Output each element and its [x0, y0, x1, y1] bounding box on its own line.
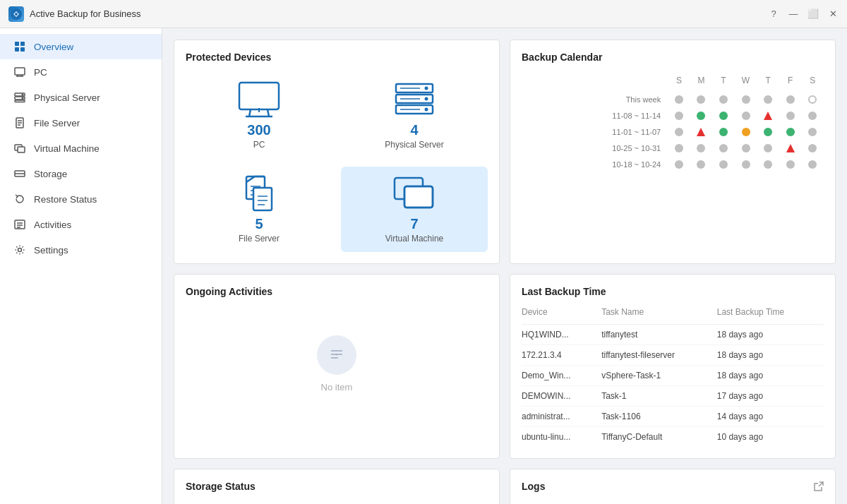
cell-task: tiffanytest — [601, 325, 717, 345]
virtual-machine-label: Virtual Machine — [385, 234, 444, 244]
ongoing-activities-empty: No item — [186, 307, 488, 420]
cell-task: TiffanyC-Default — [601, 427, 717, 448]
sidebar-item-restore-status[interactable]: Restore Status — [0, 186, 162, 212]
storage-status-card: Storage Status — [174, 469, 500, 504]
minimize-button[interactable]: — — [788, 8, 799, 20]
cal-dot — [719, 144, 728, 152]
sidebar-item-overview-label: Overview — [34, 42, 73, 52]
cell-time: 18 days ago — [717, 366, 824, 386]
logs-header: Logs — [522, 481, 824, 492]
cal-dot — [786, 160, 795, 169]
table-row: ubuntu-linu... TiffanyC-Default 10 days … — [522, 427, 824, 448]
cal-day-f: F — [779, 73, 802, 91]
col-device: Device — [522, 307, 601, 325]
cell-device: administrat... — [522, 407, 601, 427]
sidebar-item-overview[interactable]: Overview — [0, 34, 162, 59]
cal-dot — [719, 112, 728, 120]
table-row: HQ1WIND... tiffanytest 18 days ago — [522, 325, 824, 345]
svg-line-29 — [249, 109, 251, 116]
overview-icon — [14, 41, 27, 52]
cell-device: Demo_Win... — [522, 366, 601, 386]
sidebar-item-settings[interactable]: Settings — [0, 237, 162, 263]
svg-point-36 — [425, 87, 428, 90]
sidebar-item-restore-status-label: Restore Status — [34, 194, 97, 205]
sidebar-item-physical-server[interactable]: Physical Server — [0, 85, 162, 110]
cal-dot — [808, 128, 817, 136]
calendar-row-1101: 11-01 ~ 11-07 — [522, 124, 824, 140]
cal-dot — [808, 160, 817, 169]
cell-time: 18 days ago — [717, 325, 824, 345]
storage-status-title: Storage Status — [186, 481, 488, 492]
logs-expand-icon[interactable] — [814, 481, 824, 491]
sidebar-item-storage[interactable]: Storage — [0, 161, 162, 186]
cal-dot — [786, 112, 795, 120]
device-item-virtual-machine[interactable]: 7 Virtual Machine — [341, 167, 488, 252]
cell-task: vSphere-Task-1 — [601, 366, 717, 386]
svg-point-56 — [337, 354, 337, 354]
week-label-1018: 10-18 ~ 10-24 — [522, 156, 668, 172]
calendar-row-1108: 11-08 ~ 11-14 — [522, 107, 824, 124]
cal-dot — [675, 144, 683, 152]
table-row: Demo_Win... vSphere-Task-1 18 days ago — [522, 366, 824, 386]
devices-grid: 300 PC — [186, 73, 488, 252]
cell-task: Task-1 — [601, 386, 717, 407]
cal-dot — [742, 160, 750, 169]
device-item-physical-server[interactable]: 4 Physical Server — [341, 73, 488, 158]
cal-dot — [764, 160, 772, 169]
settings-icon — [14, 244, 27, 256]
svg-rect-3 — [20, 42, 25, 46]
cal-dot — [764, 144, 772, 152]
cal-day-m: M — [690, 73, 713, 91]
cal-dot — [697, 112, 705, 120]
cal-dot — [764, 95, 772, 104]
sidebar-item-file-server-label: File Server — [34, 118, 80, 128]
close-button[interactable]: ✕ — [827, 8, 839, 20]
table-row: administrat... Task-1106 14 days ago — [522, 407, 824, 427]
cal-dot — [808, 144, 817, 152]
cal-dot — [675, 128, 683, 136]
logs-title: Logs — [522, 481, 545, 492]
calendar-table: S M T W T F S This week — [522, 73, 824, 172]
sidebar-item-virtual-machine[interactable]: Virtual Machine — [0, 136, 162, 161]
cell-task: tiffanytest-fileserver — [601, 345, 717, 366]
sidebar-item-activities[interactable]: Activities — [0, 212, 162, 237]
week-label-1108: 11-08 ~ 11-14 — [522, 107, 668, 124]
last-backup-card: Last Backup Time Device Task Name Last B… — [510, 274, 836, 459]
cal-dot — [742, 95, 750, 104]
cal-day-t1: T — [712, 73, 735, 91]
svg-point-37 — [425, 97, 428, 101]
sidebar-item-pc[interactable]: PC — [0, 59, 162, 85]
app-body: Overview PC — [0, 28, 847, 504]
storage-icon — [14, 168, 27, 179]
device-item-file-server[interactable]: 5 File Server — [186, 167, 332, 252]
ongoing-activities-card: Ongoing Activities No item — [174, 274, 500, 459]
backup-table: Device Task Name Last Backup Time HQ1WIN… — [522, 307, 824, 447]
maximize-button[interactable]: ⬜ — [807, 8, 819, 20]
help-button[interactable]: ? — [768, 8, 779, 20]
app-logo — [8, 6, 24, 22]
cell-device: DEMOWIN... — [522, 386, 601, 407]
svg-line-30 — [268, 109, 269, 116]
svg-rect-5 — [20, 47, 25, 52]
pc-device-icon — [236, 81, 282, 118]
file-server-icon — [14, 117, 27, 128]
app-title: Active Backup for Business — [30, 8, 141, 19]
svg-point-38 — [425, 108, 428, 112]
svg-rect-4 — [15, 47, 19, 52]
cal-dot-empty — [808, 95, 817, 104]
calendar-row-1025: 10-25 ~ 10-31 — [522, 140, 824, 156]
svg-point-13 — [22, 94, 23, 95]
device-item-pc[interactable]: 300 PC — [186, 73, 332, 158]
cal-triangle-red — [786, 144, 795, 152]
cal-triangle-red — [697, 128, 705, 136]
week-label-1025: 10-25 ~ 10-31 — [522, 140, 668, 156]
titlebar: Active Backup for Business ? — ⬜ ✕ — [0, 0, 847, 28]
calendar-row-1018: 10-18 ~ 10-24 — [522, 156, 824, 172]
backup-calendar-card: Backup Calendar S M T W T F S — [510, 40, 836, 264]
cell-time: 17 days ago — [717, 386, 824, 407]
sidebar-item-virtual-machine-label: Virtual Machine — [34, 143, 100, 154]
cal-dot — [719, 160, 728, 169]
svg-rect-46 — [253, 188, 272, 210]
sidebar-item-file-server[interactable]: File Server — [0, 110, 162, 136]
physical-server-count: 4 — [410, 122, 418, 138]
